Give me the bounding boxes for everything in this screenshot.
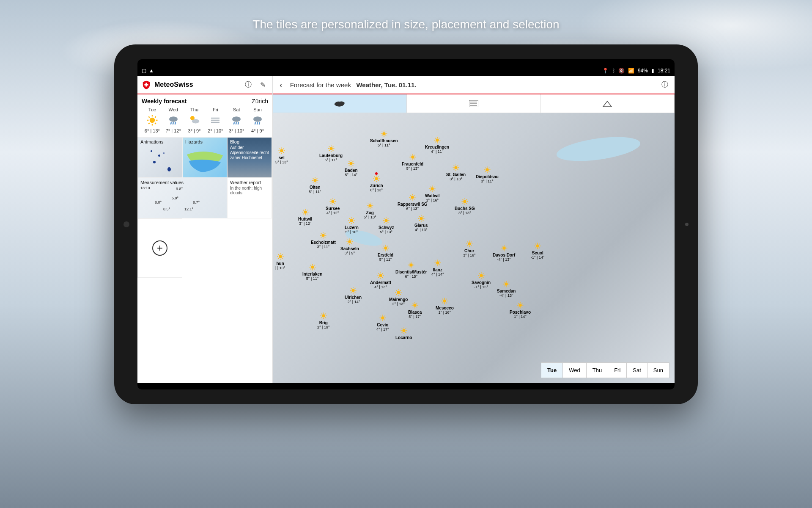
back-button[interactable]: ‹	[277, 80, 285, 90]
map-city[interactable]: Andermatt4° | 13°	[370, 272, 391, 289]
map-city[interactable]: Poschiavo1° | 14°	[510, 301, 531, 319]
weekly-day[interactable]: Wed7° | 12°	[163, 107, 184, 133]
svg-line-389	[405, 329, 406, 329]
svg-line-332	[396, 290, 397, 291]
add-tile[interactable]: +	[137, 218, 182, 278]
svg-line-65	[332, 146, 333, 147]
map-city[interactable]: Ulrichen-2° | 14°	[345, 287, 362, 304]
map-city[interactable]: Locarno	[395, 327, 412, 340]
map-city[interactable]: Savognin-1° | 15°	[472, 272, 491, 289]
map-city[interactable]: Diepoldsau3° | 11°	[476, 166, 499, 183]
map-city[interactable]: Frauenfeld5° | 13°	[402, 153, 423, 171]
map-city[interactable]: Samedan-4° | 13°	[497, 280, 516, 298]
map-city[interactable]: Cevio4° | 17°	[376, 314, 389, 331]
weekly-day[interactable]: Sat3° | 10°	[226, 107, 247, 133]
mountain-tab[interactable]	[540, 94, 675, 113]
animations-tile[interactable]: Animations	[137, 137, 182, 178]
day-tab-tue[interactable]: Tue	[541, 363, 563, 378]
map-city[interactable]: sel5° | 13°	[275, 147, 288, 164]
svg-line-361	[518, 307, 519, 308]
map-city[interactable]: Luzern5° | 10°	[345, 217, 359, 234]
svg-point-147	[331, 200, 335, 203]
day-tab-sun[interactable]: Sun	[647, 363, 669, 378]
map-city[interactable]: St. Gallen3° | 13°	[446, 164, 466, 181]
map-city[interactable]: Biasca5° | 17°	[408, 301, 422, 319]
map-city[interactable]: Schaffhausen5° | 11°	[370, 130, 398, 147]
weekly-title: Weekly forecast	[142, 98, 187, 105]
map-city[interactable]: Olten5° | 11°	[309, 177, 321, 194]
map-city[interactable]: Zürich6° | 13°	[370, 172, 383, 192]
edit-icon[interactable]: ✎	[257, 79, 268, 90]
map-city[interactable]: Mesocco1° | 16°	[436, 297, 454, 315]
day-tab-sat[interactable]: Sat	[627, 363, 647, 378]
measurement-value: 5.9°	[172, 196, 178, 200]
tile-subtitle: In the north: high clouds	[230, 186, 269, 195]
map-city[interactable]: Glarus4° | 13°	[414, 215, 428, 232]
weather-report-tile[interactable]: Weather report In the north: high clouds	[227, 178, 272, 218]
svg-line-217	[348, 243, 348, 244]
blog-tile[interactable]: Blog Auf der Alpennordseite recht zäher …	[227, 137, 272, 178]
day-tab-thu[interactable]: Thu	[587, 363, 608, 378]
info-icon[interactable]: ⓘ	[243, 79, 254, 90]
svg-line-351	[417, 307, 417, 308]
plus-icon[interactable]: +	[152, 240, 167, 256]
map-city[interactable]: Sursee4° | 12°	[326, 198, 340, 215]
svg-line-370	[321, 318, 322, 318]
map-city[interactable]: Zug5° | 13°	[364, 202, 376, 219]
weekly-day[interactable]: Sun4° | 9°	[247, 107, 268, 133]
svg-line-244	[502, 250, 502, 251]
map-city[interactable]: Rapperswil SG6° | 13°	[398, 193, 428, 211]
tile-label: Measurement values	[140, 180, 184, 185]
svg-line-173	[307, 210, 307, 211]
image-icon: ▢	[142, 68, 146, 74]
map-city[interactable]: Laufenburg5° | 11°	[319, 145, 343, 162]
svg-line-171	[307, 214, 307, 215]
map-city[interactable]: Disentis/Mustér6° | 15°	[395, 261, 427, 279]
map-city[interactable]: Mairengo2° | 13°	[389, 289, 408, 306]
svg-line-377	[381, 316, 381, 317]
map-city[interactable]: Escholzmatt3° | 11°	[311, 232, 336, 249]
map-tab[interactable]	[273, 94, 407, 113]
measurement-value: 8.7°	[193, 200, 200, 204]
list-tab[interactable]	[407, 94, 541, 113]
map-city[interactable]: Sachseln3° | 9°	[340, 238, 359, 255]
svg-line-270	[439, 265, 440, 265]
svg-line-342	[446, 303, 447, 304]
map-city[interactable]: Erstfeld5° | 11°	[378, 244, 393, 262]
svg-point-39	[436, 138, 439, 142]
map-city[interactable]: Chur3° | 16°	[463, 240, 476, 257]
svg-point-102	[280, 149, 283, 152]
map-city[interactable]: Davos Dorf-4° | 13°	[493, 244, 515, 262]
map-city[interactable]: Scuol-1° | 14°	[531, 242, 545, 260]
svg-line-245	[505, 246, 506, 247]
map-city[interactable]: Kreuzlingen4° | 11°	[425, 136, 449, 154]
hazards-tile[interactable]: Hazards	[182, 137, 227, 178]
svg-point-48	[411, 155, 414, 159]
weekly-day[interactable]: Tue6° | 13°	[142, 107, 163, 133]
measurement-values-tile[interactable]: Measurement values 18:10 9.8° 5.9° 8.0° …	[137, 178, 227, 218]
weekly-forecast-tile[interactable]: Weekly forecast Zürich Tue6° | 13°Wed7° …	[137, 94, 272, 137]
map-city[interactable]: Baden5° | 14°	[345, 160, 358, 177]
map-city[interactable]: hun| | 10°	[275, 253, 285, 270]
forecast-map[interactable]: Schaffhausen5° | 11°Kreuzlingen4° | 11°F…	[273, 113, 675, 383]
svg-line-99	[489, 171, 490, 172]
weekly-day[interactable]: Thu3° | 9°	[184, 107, 205, 133]
day-tab-wed[interactable]: Wed	[563, 363, 587, 378]
svg-point-0	[150, 118, 155, 123]
weekly-day[interactable]: Fri2° | 10°	[205, 107, 226, 133]
svg-point-318	[351, 289, 355, 292]
map-city[interactable]: Schwyz5° | 13°	[379, 217, 394, 234]
svg-point-174	[350, 219, 354, 222]
svg-line-190	[384, 222, 385, 223]
map-city[interactable]: Huttwil3° | 12°	[298, 208, 312, 226]
day-tab-fri[interactable]: Fri	[608, 363, 627, 378]
map-city[interactable]: Brig2° | 19°	[317, 312, 330, 329]
svg-line-199	[419, 220, 420, 221]
svg-line-100	[485, 171, 486, 172]
svg-line-117	[317, 182, 318, 183]
map-city[interactable]: Buchs SG3° | 13°	[455, 198, 475, 215]
map-city[interactable]: Interlaken5° | 11°	[302, 263, 322, 281]
svg-line-200	[423, 216, 424, 217]
info-icon[interactable]: ⓘ	[659, 79, 670, 90]
map-city[interactable]: Ilanz4° | 14°	[431, 259, 444, 276]
